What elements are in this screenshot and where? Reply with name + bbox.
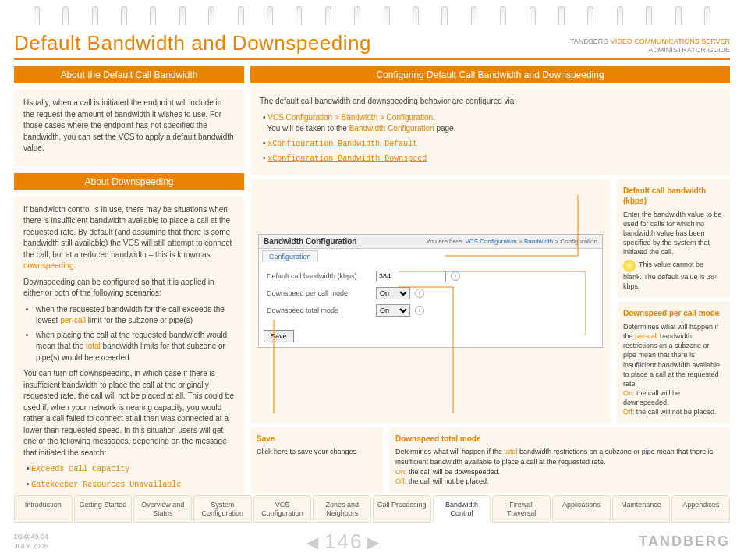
spiral-binding [14, 0, 730, 25]
about-downspeeding-box: If bandwidth control is in use, there ma… [14, 197, 244, 504]
next-page-icon[interactable]: ▶ [367, 533, 381, 551]
brand-logo: TANDBERG [639, 533, 730, 550]
tab-appendices[interactable]: Appendices [671, 495, 730, 523]
bandwidth-config-panel: Bandwidth Configuration You are here: VC… [258, 234, 603, 348]
downspeed-total-select[interactable]: On [376, 304, 410, 317]
config-tab[interactable]: Configuration [262, 250, 318, 262]
crumb-bandwidth[interactable]: Bandwidth [524, 238, 553, 245]
tab-bandwidth-control[interactable]: Bandwidth Control [433, 495, 491, 523]
info-downspeed-percall: Downspeed per call mode Determines what … [617, 302, 730, 423]
downspeed-percall-label: Downspeed per call mode [267, 289, 376, 297]
default-bw-label: Default call bandwidth (kbps) [267, 272, 376, 280]
section-bar-configuring: Configuring Default Call Bandwidth and D… [250, 66, 730, 83]
breadcrumb: You are here: VCS Configuration > Bandwi… [427, 238, 597, 245]
tab-system-configuration[interactable]: System Configuration [193, 495, 252, 523]
section-bar-about-downspeeding: About Downspeeding [14, 173, 244, 190]
xconfig-default-link[interactable]: xConfiguration Bandwidth Default [267, 140, 417, 148]
info-save: Save Click here to save your changes [250, 427, 383, 492]
info-default-bw: Default call bandwidth (kbps) Enter the … [617, 179, 730, 298]
downspeed-total-label: Downspeed total mode [267, 307, 376, 314]
info-downspeed-total: Downspeed total mode Determines what wil… [389, 427, 730, 492]
panel-title: Bandwidth Configuration [264, 237, 356, 246]
info-icon[interactable]: i [415, 306, 424, 315]
info-icon[interactable]: i [415, 289, 424, 298]
section-bar-about-default: About the Default Call Bandwidth [14, 66, 244, 83]
prev-page-icon[interactable]: ◀ [306, 533, 320, 551]
doc-version: D14049.04JULY 2008 [14, 533, 48, 551]
tab-maintenance[interactable]: Maintenance [612, 495, 671, 523]
downspeed-percall-select[interactable]: On [376, 287, 410, 299]
crumb-vcs[interactable]: VCS Configuration [466, 238, 517, 245]
tab-vcs-configuration[interactable]: VCS Configuration [253, 495, 312, 523]
xconfig-downspeed-link[interactable]: xConfiguration Bandwidth Downspeed [267, 154, 427, 163]
bottom-tabs: IntroductionGetting StartedOverview and … [14, 495, 730, 523]
config-intro-box: The default call bandwidth and downspeed… [250, 88, 730, 175]
tab-overview-and-status[interactable]: Overview and Status [133, 495, 192, 523]
save-button[interactable]: Save [264, 330, 294, 342]
doc-id-block: TANDBERG VIDEO COMMUNICATIONS SERVER ADM… [570, 37, 730, 55]
tab-call-processing[interactable]: Call Processing [373, 495, 431, 523]
tab-getting-started[interactable]: Getting Started [74, 495, 133, 523]
default-bw-input[interactable] [376, 271, 446, 282]
tab-firewall-traversal[interactable]: Firewall Traversal [492, 495, 551, 523]
about-default-box: Usually, when a call is initiated the en… [14, 90, 244, 167]
page-title: Default Bandwidth and Downspeeding [14, 31, 371, 55]
pager: ◀ 146 ▶ [306, 530, 381, 554]
lightbulb-icon [623, 260, 636, 272]
info-icon[interactable]: i [451, 271, 460, 281]
ui-screenshot-area: Bandwidth Configuration You are here: VC… [250, 179, 611, 424]
tab-applications[interactable]: Applications [552, 495, 611, 523]
tab-zones-and-neighbors[interactable]: Zones and Neighbors [313, 495, 371, 523]
page-number: 146 [324, 530, 363, 554]
nav-path-link[interactable]: VCS Configuration > Bandwidth > Configur… [267, 113, 433, 122]
tab-introduction[interactable]: Introduction [14, 495, 73, 523]
